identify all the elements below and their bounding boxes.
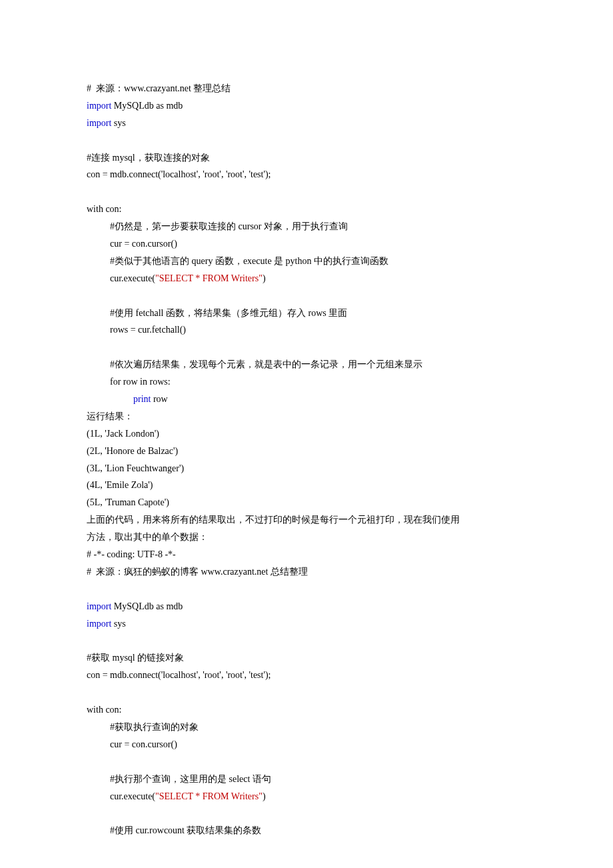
code-line: #获取执行查询的对象 — [87, 719, 526, 736]
code-text: # 来源：www.crazyant.net 整理总结 — [87, 83, 231, 93]
code-line: #依次遍历结果集，发现每个元素，就是表中的一条记录，用一个元组来显示 — [87, 356, 526, 373]
code-line: for row in rows: — [87, 373, 526, 391]
keyword: import — [87, 118, 111, 128]
code-text: 方法，取出其中的单个数据： — [87, 532, 208, 542]
keyword: print — [133, 394, 151, 404]
code-line: #获取 mysql 的链接对象 — [87, 649, 526, 667]
code-line: (2L, 'Honore de Balzac') — [87, 443, 526, 460]
code-text: ) — [263, 791, 266, 801]
code-line — [87, 183, 526, 201]
code-line: with con: — [87, 201, 526, 218]
code-text — [87, 808, 89, 818]
code-line: #执行那个查询，这里用的是 select 语句 — [87, 771, 526, 788]
code-text: (3L, 'Lion Feuchtwanger') — [87, 463, 184, 473]
code-text: #使用 cur.rowcount 获取结果集的条数 — [110, 825, 261, 835]
code-text: sys — [111, 118, 125, 128]
code-text — [87, 584, 89, 594]
code-text — [87, 757, 89, 767]
code-line: (4L, 'Emile Zola') — [87, 477, 526, 494]
code-text: MySQLdb as mdb — [111, 101, 183, 111]
code-text: cur.execute( — [110, 273, 155, 283]
code-line: #连接 mysql，获取连接的对象 — [87, 149, 526, 167]
code-line: import sys — [87, 615, 526, 633]
code-text: cur.execute( — [110, 791, 155, 801]
code-text: for row in rows: — [110, 377, 171, 387]
code-line — [87, 581, 526, 598]
code-line: # 来源：疯狂的蚂蚁的博客 www.crazyant.net 总结整理 — [87, 563, 526, 581]
code-text: #连接 mysql，获取连接的对象 — [87, 153, 210, 163]
code-line — [87, 805, 526, 822]
code-text — [87, 342, 89, 352]
code-text: row — [151, 394, 167, 404]
code-text: (5L, 'Truman Capote') — [87, 497, 169, 507]
code-line: # -*- coding: UTF-8 -*- — [87, 546, 526, 563]
code-line: with con: — [87, 701, 526, 719]
code-text: with con: — [87, 705, 122, 715]
code-text: MySQLdb as mdb — [111, 601, 183, 611]
code-line: cur.execute("SELECT * FROM Writers") — [87, 270, 526, 287]
code-line: rows = cur.fetchall() — [87, 321, 526, 339]
code-line: #使用 fetchall 函数，将结果集（多维元组）存入 rows 里面 — [87, 305, 526, 322]
code-text: #获取 mysql 的链接对象 — [87, 653, 184, 663]
code-line: con = mdb.connect('localhost', 'root', '… — [87, 166, 526, 183]
code-line: con = mdb.connect('localhost', 'root', '… — [87, 667, 526, 684]
code-text: #类似于其他语言的 query 函数，execute 是 python 中的执行… — [110, 256, 388, 266]
code-line — [87, 132, 526, 149]
code-text: #仍然是，第一步要获取连接的 cursor 对象，用于执行查询 — [110, 221, 348, 231]
code-line: 方法，取出其中的单个数据： — [87, 529, 526, 546]
code-text: cur = con.cursor() — [110, 739, 177, 749]
code-text: # -*- coding: UTF-8 -*- — [87, 549, 176, 559]
code-line — [87, 287, 526, 305]
code-text: sys — [111, 619, 125, 629]
code-text: con = mdb.connect('localhost', 'root', '… — [87, 670, 271, 680]
code-line: cur = con.cursor() — [87, 736, 526, 753]
code-text: rows = cur.fetchall() — [110, 325, 186, 335]
code-text — [87, 291, 89, 301]
code-line: import MySQLdb as mdb — [87, 598, 526, 615]
code-text: #依次遍历结果集，发现每个元素，就是表中的一条记录，用一个元组来显示 — [110, 359, 422, 369]
code-line: # 来源：www.crazyant.net 整理总结 — [87, 80, 526, 97]
code-text: 上面的代码，用来将所有的结果取出，不过打印的时候是每行一个元祖打印，现在我们使用 — [87, 515, 460, 525]
code-line: import MySQLdb as mdb — [87, 97, 526, 115]
document-content: # 来源：www.crazyant.net 整理总结import MySQLdb… — [87, 80, 526, 839]
keyword: import — [87, 601, 111, 611]
string-literal: "SELECT * FROM Writers" — [155, 791, 263, 801]
code-line — [87, 633, 526, 650]
code-text: with con: — [87, 204, 122, 214]
code-line — [87, 753, 526, 771]
code-text: # 来源：疯狂的蚂蚁的博客 www.crazyant.net 总结整理 — [87, 567, 308, 577]
code-text: ) — [263, 273, 266, 283]
code-line: cur.execute("SELECT * FROM Writers") — [87, 788, 526, 805]
keyword: import — [87, 619, 111, 629]
keyword: import — [87, 101, 111, 111]
code-line: (3L, 'Lion Feuchtwanger') — [87, 460, 526, 477]
code-text — [87, 135, 89, 145]
code-line: 运行结果： — [87, 408, 526, 425]
code-text: (1L, 'Jack London') — [87, 429, 159, 439]
code-line: (5L, 'Truman Capote') — [87, 494, 526, 511]
code-text — [87, 687, 89, 697]
code-text: 运行结果： — [87, 411, 133, 421]
code-text — [87, 187, 89, 197]
code-text: #获取执行查询的对象 — [110, 722, 199, 732]
code-text — [87, 636, 89, 646]
code-text: con = mdb.connect('localhost', 'root', '… — [87, 169, 271, 179]
code-line: import sys — [87, 115, 526, 132]
code-text: #执行那个查询，这里用的是 select 语句 — [110, 774, 271, 784]
code-line — [87, 684, 526, 701]
code-line: print row — [87, 391, 526, 408]
code-line: 上面的代码，用来将所有的结果取出，不过打印的时候是每行一个元祖打印，现在我们使用 — [87, 511, 526, 529]
code-text: (2L, 'Honore de Balzac') — [87, 446, 178, 456]
code-line: #类似于其他语言的 query 函数，execute 是 python 中的执行… — [87, 253, 526, 270]
code-line — [87, 339, 526, 356]
code-line: cur = con.cursor() — [87, 235, 526, 253]
string-literal: "SELECT * FROM Writers" — [155, 273, 263, 283]
code-line: #使用 cur.rowcount 获取结果集的条数 — [87, 822, 526, 839]
code-line: (1L, 'Jack London') — [87, 425, 526, 443]
code-text: cur = con.cursor() — [110, 239, 177, 249]
code-line: #仍然是，第一步要获取连接的 cursor 对象，用于执行查询 — [87, 218, 526, 235]
code-text: (4L, 'Emile Zola') — [87, 480, 153, 490]
code-text: #使用 fetchall 函数，将结果集（多维元组）存入 rows 里面 — [110, 308, 347, 318]
